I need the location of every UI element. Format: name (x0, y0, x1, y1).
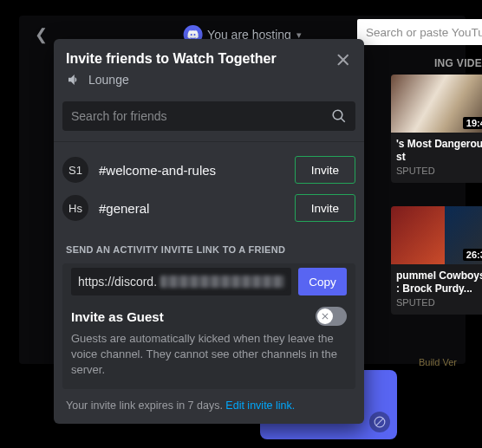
close-button[interactable] (331, 48, 355, 72)
video-title: 's Most Dangerous (396, 138, 482, 151)
friend-search-input[interactable] (71, 109, 331, 123)
video-title-line2: : Brock Purdy... (396, 282, 482, 295)
invite-as-guest-toggle[interactable] (316, 307, 347, 326)
expiry-text: Your invite link expires in 7 days. (66, 399, 225, 412)
trending-videos-header: ING VIDEOS (434, 57, 482, 69)
friend-search[interactable] (62, 101, 355, 131)
invite-button[interactable]: Invite (295, 156, 355, 184)
x-icon (320, 311, 330, 321)
divider (54, 141, 364, 142)
voice-channel-label: Lounge (66, 72, 352, 88)
search-icon (331, 108, 347, 124)
toggle-knob (317, 308, 333, 324)
video-thumbnail: 26:33 (391, 206, 482, 264)
channel-list: S1 #welcome-and-rules Invite Hs #general… (54, 146, 364, 237)
video-channel: SPUTED (396, 297, 482, 308)
youtube-search-input[interactable]: Search or paste YouTube URL (357, 19, 482, 45)
invite-button[interactable]: Invite (295, 194, 355, 222)
invite-as-guest-label: Invite as Guest (71, 309, 164, 324)
invite-link-panel: https://discord. Copy Invite as Guest Gu… (62, 263, 355, 389)
voice-channel-name: Lounge (88, 73, 129, 87)
channel-avatar: Hs (62, 195, 88, 221)
invite-as-guest-description: Guests are automatically kicked when the… (71, 329, 347, 379)
invite-link-field[interactable]: https://discord. (71, 268, 291, 295)
video-channel: SPUTED (396, 166, 482, 176)
close-icon (335, 51, 352, 68)
invite-link-section-label: SEND AN ACTIVITY INVITE LINK TO A FRIEND (54, 237, 364, 263)
channel-avatar: S1 (62, 157, 88, 183)
activity-status-icon (369, 412, 390, 432)
copy-button[interactable]: Copy (298, 268, 347, 295)
video-card[interactable]: 26:33 pummel Cowboys : Brock Purdy... SP… (391, 206, 482, 315)
modal-title: Invite friends to Watch Together (66, 51, 352, 67)
channel-name: #general (99, 201, 295, 216)
video-title-line2: st (396, 151, 482, 164)
edit-invite-link[interactable]: Edit invite link. (225, 399, 295, 412)
video-card[interactable]: 19:48 's Most Dangerous st SPUTED (391, 75, 482, 183)
back-chevron-icon[interactable]: ❮ (35, 25, 48, 44)
video-thumbnail: 19:48 (391, 75, 482, 133)
invite-link-text: https://discord. (78, 275, 157, 289)
invite-link-redacted (160, 276, 284, 288)
svg-line-1 (376, 419, 383, 425)
speaker-icon (66, 72, 81, 88)
build-version-label: Build Ver (419, 357, 457, 367)
channel-row: S1 #welcome-and-rules Invite (62, 151, 355, 189)
video-title: pummel Cowboys (396, 269, 482, 282)
video-duration-badge: 26:33 (463, 249, 482, 261)
invite-link-footer: Your invite link expires in 7 days. Edit… (54, 398, 364, 424)
channel-row: Hs #general Invite (62, 189, 355, 227)
video-duration-badge: 19:48 (463, 117, 482, 129)
channel-name: #welcome-and-rules (99, 163, 295, 178)
invite-modal: Invite friends to Watch Together Lounge … (54, 39, 364, 424)
